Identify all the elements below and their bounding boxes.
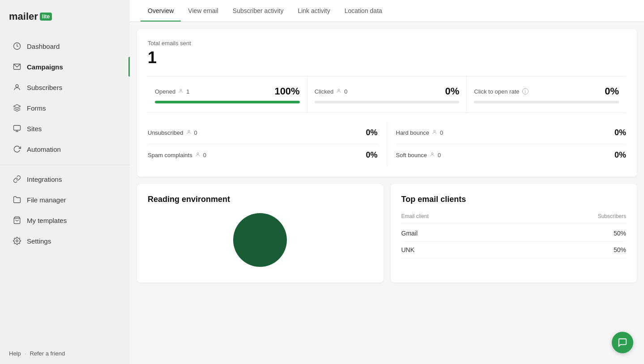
click-to-open-label: Click to open rate [474, 88, 519, 95]
user-icon-spam [195, 152, 200, 158]
info-icon[interactable]: i [522, 88, 529, 94]
layers-icon [13, 103, 21, 112]
total-emails-value: 1 [148, 48, 626, 67]
svg-point-14 [431, 153, 433, 154]
email-client-name-0: Gmail [401, 230, 418, 237]
spam-percent: 0% [366, 150, 377, 160]
sidebar-label-automation: Automation [27, 146, 61, 153]
refresh-icon [13, 145, 21, 154]
sidebar-item-sites[interactable]: Sites [4, 119, 126, 138]
table-header: Email client Subscribers [401, 213, 627, 223]
click-to-open-percent: 0% [605, 86, 619, 97]
sidebar-nav: Dashboard Campaigns Subscribers Forms Si… [0, 36, 130, 343]
bottom-cards: Reading environment Top email clients Em… [137, 184, 637, 283]
user-icon-hard-bounce [432, 129, 437, 136]
svg-rect-4 [14, 125, 21, 130]
hard-bounce-label: Hard bounce [396, 129, 429, 136]
sidebar-label-dashboard: Dashboard [27, 43, 60, 50]
hard-bounce-percent: 0% [614, 128, 626, 137]
bag-icon [13, 216, 21, 225]
opened-progress-track [155, 101, 300, 103]
opened-count: 1 [186, 88, 189, 95]
reading-environment-title: Reading environment [148, 195, 373, 204]
clicked-label: Clicked [315, 88, 334, 95]
soft-bounce-percent: 0% [614, 150, 626, 160]
bottom-stats: Unsubscribed 0 0% Spam complaints [148, 122, 626, 166]
svg-point-11 [188, 130, 190, 132]
soft-bounce-label: Soft bounce [396, 152, 427, 158]
main-content: Overview View email Subscriber activity … [130, 0, 644, 364]
reading-environment-card: Reading environment [137, 184, 384, 283]
click-to-open-progress-track [474, 101, 619, 103]
sidebar-footer: Help · Refer a friend [0, 343, 130, 364]
tab-view-email[interactable]: View email [181, 0, 225, 21]
tab-link-activity[interactable]: Link activity [290, 0, 337, 21]
spam-complaints-label: Spam complaints [148, 152, 192, 158]
unsubscribed-label: Unsubscribed [148, 129, 183, 136]
help-link[interactable]: Help [9, 350, 21, 357]
sidebar-item-automation[interactable]: Automation [4, 139, 126, 159]
email-client-name-1: UNK [401, 246, 415, 253]
clock-icon [13, 42, 21, 51]
sidebar-label-subscribers: Subscribers [27, 84, 62, 91]
top-email-clients-title: Top email clients [401, 195, 627, 204]
logo-badge: lite [40, 13, 52, 21]
sidebar-item-dashboard[interactable]: Dashboard [4, 36, 126, 56]
sidebar-label-settings: Settings [27, 237, 51, 245]
sidebar-item-integrations[interactable]: Integrations [4, 169, 126, 189]
sidebar-label-integrations: Integrations [27, 176, 62, 183]
sidebar-label-campaigns: Campaigns [27, 63, 63, 71]
unsubscribed-percent: 0% [366, 128, 377, 137]
email-client-sub-1: 50% [614, 246, 626, 253]
logo-container: mailer lite [0, 0, 130, 36]
stat-unsubscribed: Unsubscribed 0 0% [148, 122, 378, 144]
sidebar: mailer lite Dashboard Campaigns Subscrib… [0, 0, 130, 364]
sidebar-item-subscribers[interactable]: Subscribers [4, 77, 126, 97]
sidebar-label-sites: Sites [27, 125, 42, 133]
email-client-table: Email client Subscribers Gmail 50% UNK 5… [401, 213, 627, 258]
refer-link[interactable]: Refer a friend [30, 350, 65, 357]
metric-opened: Opened 1 100% [148, 77, 307, 112]
chat-button[interactable] [612, 332, 633, 353]
svg-point-10 [338, 89, 340, 91]
stat-hard-bounce: Hard bounce 0 0% [396, 122, 627, 144]
clicked-progress-track [315, 101, 460, 103]
person-icon [13, 83, 21, 92]
sidebar-label-my-templates: My templates [27, 217, 67, 224]
sidebar-label-forms: Forms [27, 104, 46, 112]
svg-point-9 [180, 89, 182, 91]
sidebar-item-my-templates[interactable]: My templates [4, 210, 126, 230]
soft-bounce-count: 0 [438, 152, 441, 158]
svg-point-12 [197, 153, 199, 154]
clicked-percent: 0% [445, 86, 460, 97]
user-icon-opened [178, 88, 183, 95]
tab-subscriber-activity[interactable]: Subscriber activity [226, 0, 291, 21]
total-emails-label: Total emails sent [148, 40, 626, 47]
envelope-icon [13, 62, 21, 71]
sidebar-label-file-manager: File manager [27, 196, 66, 204]
sidebar-item-file-manager[interactable]: File manager [4, 190, 126, 210]
sidebar-item-settings[interactable]: Settings [4, 231, 126, 251]
metrics-row: Opened 1 100% [148, 76, 626, 113]
spam-count: 0 [203, 152, 206, 158]
col-header-subscribers: Subscribers [598, 213, 626, 219]
folder-icon [13, 195, 21, 204]
stat-spam-complaints: Spam complaints 0 0% [148, 144, 378, 166]
table-row: UNK 50% [401, 242, 627, 258]
svg-point-2 [16, 85, 18, 87]
metric-click-to-open: Click to open rate i 0% [467, 77, 626, 112]
sidebar-item-forms[interactable]: Forms [4, 98, 126, 118]
monitor-icon [13, 124, 21, 133]
donut-chart [233, 213, 287, 267]
tab-overview[interactable]: Overview [141, 0, 181, 21]
left-stats: Unsubscribed 0 0% Spam complaints [148, 122, 387, 166]
user-icon-clicked [336, 88, 341, 95]
email-client-sub-0: 50% [614, 230, 626, 237]
sidebar-item-campaigns[interactable]: Campaigns [4, 57, 126, 77]
report-container: Overview View email Subscriber activity … [130, 0, 644, 364]
tabs-bar: Overview View email Subscriber activity … [130, 0, 644, 22]
table-row: Gmail 50% [401, 225, 627, 242]
footer-dot: · [25, 350, 26, 357]
stats-card: Total emails sent 1 Opened 1 100% [137, 29, 637, 177]
tab-location-data[interactable]: Location data [337, 0, 389, 21]
